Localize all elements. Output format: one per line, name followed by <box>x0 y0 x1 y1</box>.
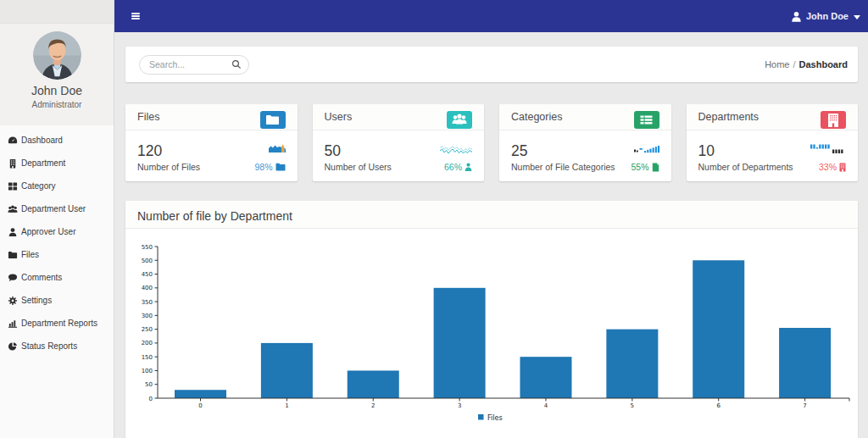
sparkline-bars-two <box>810 143 846 156</box>
sidebar-item-files[interactable]: Files <box>0 243 114 266</box>
sidebar-item-label: Comments <box>21 273 62 282</box>
files-by-department-chart-card: Number of file by Department 05010015020… <box>125 201 858 438</box>
stat-title: Categories <box>511 111 562 123</box>
bar-chart-icon <box>8 319 18 329</box>
sidebar-item-label: Files <box>21 250 39 259</box>
svg-text:0: 0 <box>198 402 202 409</box>
stat-percent: 33% <box>819 162 837 172</box>
sidebar-item-settings[interactable]: Settings <box>0 289 114 312</box>
profile-role: Administrator <box>0 100 114 109</box>
stat-card-categories: Categories 25 Number of File Categories … <box>499 104 671 181</box>
stat-card-header: Categories <box>499 104 671 130</box>
folder-icon <box>8 250 18 260</box>
sidebar-item-label: Approver User <box>21 227 75 236</box>
user-icon <box>8 227 18 237</box>
sidebar-item-label: Category <box>21 181 56 191</box>
sidebar-item-label: Department Reports <box>21 319 97 328</box>
navbar-user-name: John Doe <box>806 11 849 21</box>
stat-label: Number of File Categories <box>511 162 615 172</box>
sidebar-item-status-reports[interactable]: Status Reports <box>0 335 114 358</box>
breadcrumb-home[interactable]: Home <box>765 59 789 69</box>
stat-title: Users <box>325 111 353 123</box>
stat-percent-row: 55% <box>631 162 659 172</box>
svg-text:350: 350 <box>142 299 153 306</box>
stat-card-body: 50 Number of Users 66% <box>313 130 485 181</box>
stat-percent-row: 33% <box>819 162 846 172</box>
bar-chart: 0501001502002503003504004505005500123456… <box>125 229 858 438</box>
search-icon[interactable] <box>231 59 242 69</box>
stat-card-header: Files <box>125 104 298 130</box>
building-mini-icon <box>839 163 846 172</box>
sparkline-area <box>269 143 286 152</box>
breadcrumb: Home/Dashboard <box>765 59 848 69</box>
svg-text:200: 200 <box>142 340 153 347</box>
svg-text:7: 7 <box>803 402 806 409</box>
svg-text:50: 50 <box>145 381 153 388</box>
sidebar-brand-strip <box>0 0 114 24</box>
chart-header: Number of file by Department <box>125 201 858 229</box>
stat-value: 50 <box>325 142 341 160</box>
stat-percent-row: 98% <box>254 162 285 172</box>
svg-text:3: 3 <box>458 402 461 409</box>
svg-text:500: 500 <box>142 258 153 264</box>
stat-card-departments: Departments 10 Number of Departments 33% <box>687 104 859 181</box>
stat-label: Number of Files <box>137 162 200 172</box>
svg-text:Files: Files <box>487 414 503 422</box>
stat-percent-row: 66% <box>444 162 472 172</box>
search-toolbar: Home/Dashboard <box>125 47 858 82</box>
top-navbar: John Doe <box>114 0 868 32</box>
stat-percent: 98% <box>254 162 272 172</box>
building-icon <box>8 158 18 169</box>
stat-card-header: Users <box>313 104 485 130</box>
sidebar-item-dashboard[interactable]: Dashboard <box>0 129 114 152</box>
sparkline-bars-rise <box>634 143 659 154</box>
svg-text:450: 450 <box>142 271 153 278</box>
sparkline-line <box>440 143 472 156</box>
th-list-badge-icon <box>634 111 659 129</box>
dashboard-icon <box>8 136 18 146</box>
sidebar-item-comments[interactable]: Comments <box>0 266 114 289</box>
file-mini-icon <box>652 163 659 172</box>
sidebar-item-category[interactable]: Category <box>0 175 114 197</box>
sidebar-menu: Dashboard Department Category Department… <box>0 129 114 358</box>
svg-text:0: 0 <box>149 396 153 402</box>
chevron-down-icon <box>854 15 860 19</box>
pie-chart-icon <box>8 341 18 352</box>
stat-title: Files <box>137 111 159 123</box>
user-mini-icon <box>465 163 472 171</box>
sidebar-item-label: Settings <box>21 296 52 305</box>
chart-title: Number of file by Department <box>137 209 292 223</box>
svg-text:400: 400 <box>142 285 153 291</box>
svg-text:6: 6 <box>716 402 721 409</box>
sidebar-item-department-user[interactable]: Department User <box>0 197 114 220</box>
sidebar-item-department-reports[interactable]: Department Reports <box>0 312 114 335</box>
svg-text:1: 1 <box>285 402 288 409</box>
stat-card-body: 10 Number of Departments 33% <box>687 130 859 181</box>
folder-mini-icon <box>275 163 286 171</box>
sidebar-item-approver-user[interactable]: Approver User <box>0 220 114 243</box>
stat-label: Number of Users <box>325 162 392 172</box>
sidebar-item-label: Status Reports <box>21 341 77 351</box>
stat-percent: 66% <box>444 162 462 172</box>
th-large-icon <box>8 181 18 191</box>
stat-value: 120 <box>137 142 162 160</box>
sidebar-item-department[interactable]: Department <box>0 152 114 175</box>
main-content: Home/Dashboard Files 120 Number of Files <box>114 32 868 438</box>
svg-text:550: 550 <box>142 244 153 251</box>
search-field <box>139 55 249 75</box>
stat-card-body: 120 Number of Files 98% <box>125 130 298 181</box>
svg-text:4: 4 <box>544 402 548 409</box>
users-icon <box>8 204 18 214</box>
sidebar-item-label: Dashboard <box>21 136 63 145</box>
breadcrumb-current: Dashboard <box>799 59 848 69</box>
stat-label: Number of Departments <box>698 162 793 172</box>
stat-value: 25 <box>511 142 527 160</box>
sidebar-toggle-button[interactable] <box>131 13 140 19</box>
stat-cards-row: Files 120 Number of Files 98% <box>125 104 858 181</box>
stat-value: 10 <box>698 142 715 160</box>
breadcrumb-separator: / <box>793 59 795 69</box>
avatar <box>33 31 81 80</box>
building-badge-icon <box>821 111 846 129</box>
stat-card-body: 25 Number of File Categories 55% <box>499 130 671 181</box>
user-dropdown[interactable]: John Doe <box>791 0 860 32</box>
